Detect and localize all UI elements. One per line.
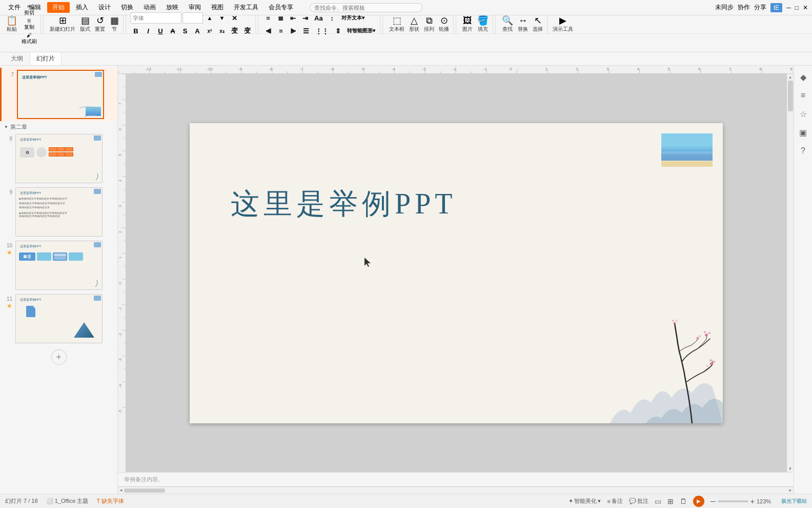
col-count-btn[interactable]: ⋮⋮ xyxy=(313,25,331,36)
superscript-button[interactable]: x² xyxy=(204,25,215,36)
slide-title-text[interactable]: 这里是举例PPT xyxy=(231,185,457,224)
user-badge[interactable]: tE xyxy=(770,3,782,12)
shape-button[interactable]: △ 形状 xyxy=(407,12,421,37)
slide-thumb-9[interactable]: 9 这里是举例PPT ■ 举例内容文字举例内容文字举例内容文字 举例内容文字举例… xyxy=(0,185,117,239)
rp-icon-lines[interactable]: ≡ xyxy=(796,88,810,103)
slide-thumb-8[interactable]: 8 这里是举例PPT ⚙ xyxy=(0,132,117,185)
hscroll-right[interactable]: ► xyxy=(788,488,793,493)
bullet-list-btn[interactable]: ≡ xyxy=(262,12,274,24)
vscroll-thumb[interactable] xyxy=(788,81,793,111)
image-button[interactable]: 🖼 图片 xyxy=(460,12,475,37)
notes-content[interactable]: 举例备注内容。 xyxy=(124,476,164,483)
font-family-input[interactable] xyxy=(130,12,181,24)
window-maximize[interactable]: □ xyxy=(795,4,799,11)
menu-review[interactable]: 审阅 xyxy=(185,2,205,13)
hscroll-left[interactable]: ◄ xyxy=(119,488,123,493)
copy-button[interactable]: ⎘ 复制 xyxy=(20,17,38,31)
smart-optimize-btn[interactable]: ✦ 智能美化 ▾ xyxy=(569,497,601,505)
sync-status[interactable]: 未同步 xyxy=(715,3,734,12)
missing-font-badge[interactable]: T 缺失字体 xyxy=(96,497,124,505)
indent-increase-btn[interactable]: ⇥ xyxy=(299,12,311,24)
vscroll-bar[interactable]: ▲ ▼ xyxy=(786,74,794,472)
char-spacing-button[interactable]: 变 xyxy=(229,25,240,36)
comment-btn[interactable]: 💬 批注 xyxy=(629,497,648,505)
share-btn[interactable]: 分享 xyxy=(754,3,766,12)
arrange-button[interactable]: ⧉ 排列 xyxy=(422,12,436,37)
indent-decrease-btn[interactable]: ⇤ xyxy=(287,12,298,24)
menu-insert[interactable]: 插入 xyxy=(72,2,92,13)
layout-button[interactable]: ▤ 版式 xyxy=(78,12,92,37)
bold-button[interactable]: B xyxy=(130,25,141,36)
tab-slides[interactable]: 幻灯片 xyxy=(30,52,62,65)
para-spacing-btn[interactable]: ⇕ xyxy=(332,25,343,36)
menu-slideshow[interactable]: 放映 xyxy=(162,2,182,13)
select-button[interactable]: ↖ 选择 xyxy=(531,12,545,37)
clear-format-btn[interactable]: ✕ xyxy=(229,12,240,24)
italic-button[interactable]: I xyxy=(143,25,154,36)
strikethrough-button[interactable]: A xyxy=(167,25,178,36)
numbered-list-btn[interactable]: ≣ xyxy=(275,12,286,24)
menu-transition[interactable]: 切换 xyxy=(117,2,137,13)
underline-button[interactable]: U xyxy=(155,25,166,36)
menu-developer[interactable]: 开发工具 xyxy=(230,2,262,13)
font-size-input[interactable]: 0 xyxy=(182,12,203,24)
line-spacing-btn[interactable]: ↕ xyxy=(327,12,338,24)
collab-btn[interactable]: 协作 xyxy=(738,3,750,12)
window-close[interactable]: ✕ xyxy=(803,4,808,11)
view-outline-btn[interactable]: ⊞ xyxy=(667,497,674,505)
rp-icon-star[interactable]: ☆ xyxy=(796,107,810,121)
add-slide-button[interactable]: + xyxy=(51,349,67,365)
slide-thumb-10[interactable]: 10 ★ 这里是举例PPT xyxy=(0,239,117,292)
search-input[interactable] xyxy=(310,3,422,12)
align-center-btn[interactable]: ≡ xyxy=(275,25,287,36)
window-minimize[interactable]: ─ xyxy=(786,4,791,11)
char-style-button[interactable]: 变 xyxy=(241,25,253,36)
beach-image[interactable] xyxy=(661,133,713,167)
justify-btn[interactable]: ☰ xyxy=(300,25,312,36)
subscript-button[interactable]: x₂ xyxy=(216,25,228,36)
shadow-button[interactable]: S xyxy=(179,25,191,36)
vscroll-up[interactable]: ▲ xyxy=(788,75,793,80)
convert-button[interactable]: ↔ 替换 xyxy=(516,12,530,37)
zoom-in-btn[interactable]: + xyxy=(750,497,755,505)
cut-button[interactable]: ✂ 剪切 xyxy=(20,3,38,17)
menu-vip[interactable]: 会员专享 xyxy=(265,2,297,13)
play-btn[interactable]: ▶ xyxy=(693,496,704,507)
find-button[interactable]: 🔍 查找 xyxy=(500,12,515,37)
textbox-button[interactable]: ⬚ 文本框 xyxy=(387,12,407,37)
paste-button[interactable]: 📋 粘贴 xyxy=(4,12,19,37)
view-normal-btn[interactable]: ▭ xyxy=(655,497,661,505)
tab-outline[interactable]: 大纲 xyxy=(4,52,30,65)
align-left-btn[interactable]: ⫷ xyxy=(262,25,274,36)
zoom-level[interactable]: 123% xyxy=(757,498,775,504)
slide-canvas[interactable]: 这里是举例PPT xyxy=(190,123,723,423)
carousel-button[interactable]: ⊙ 轮播 xyxy=(437,12,451,37)
text-direction-btn[interactable]: Aa xyxy=(312,12,326,24)
font-size-increase[interactable]: ▲ xyxy=(204,12,215,24)
align-text-btn[interactable]: 对齐文本▾ xyxy=(339,12,367,24)
reset-button[interactable]: ↺ 重置 xyxy=(93,12,107,37)
slide-thumb-7[interactable]: 7 这里是举例PPT xyxy=(0,68,117,121)
canvas-wrapper[interactable]: 这里是举例PPT xyxy=(126,74,786,472)
notes-btn[interactable]: ≡ 备注 xyxy=(607,497,622,505)
present-tools-button[interactable]: ▶ 演示工具 xyxy=(551,12,575,37)
hscroll-bar[interactable]: ◄ ► xyxy=(118,486,794,494)
smart-shape-btn[interactable]: 转智能图形▾ xyxy=(344,25,378,36)
view-notes-btn[interactable]: 🗒 xyxy=(680,497,687,505)
zoom-out-btn[interactable]: ─ xyxy=(710,497,716,505)
rp-icon-diamond[interactable]: ◆ xyxy=(796,70,810,84)
align-right-btn[interactable]: ⫸ xyxy=(288,25,299,36)
rp-icon-rect[interactable]: ▣ xyxy=(796,125,810,140)
menu-view[interactable]: 视图 xyxy=(207,2,228,13)
slide-thumb-11[interactable]: 11 ★ 这里是举例PPT xyxy=(0,292,117,345)
text-color-button[interactable]: A xyxy=(192,25,203,36)
toolbar-start-btn[interactable]: 开始 xyxy=(47,2,70,13)
new-slide-button[interactable]: ⊞ 新建幻灯片 xyxy=(48,12,77,37)
section-button[interactable]: ▦ 节 xyxy=(108,12,121,37)
vscroll-down[interactable]: ▼ xyxy=(788,466,793,471)
format-painter-button[interactable]: 🖌 格式刷 xyxy=(20,32,38,46)
hscroll-thumb[interactable] xyxy=(124,489,165,493)
font-size-decrease[interactable]: ▼ xyxy=(216,12,228,24)
fill-button[interactable]: 🪣 填充 xyxy=(475,12,491,37)
menu-design[interactable]: 设计 xyxy=(94,2,115,13)
